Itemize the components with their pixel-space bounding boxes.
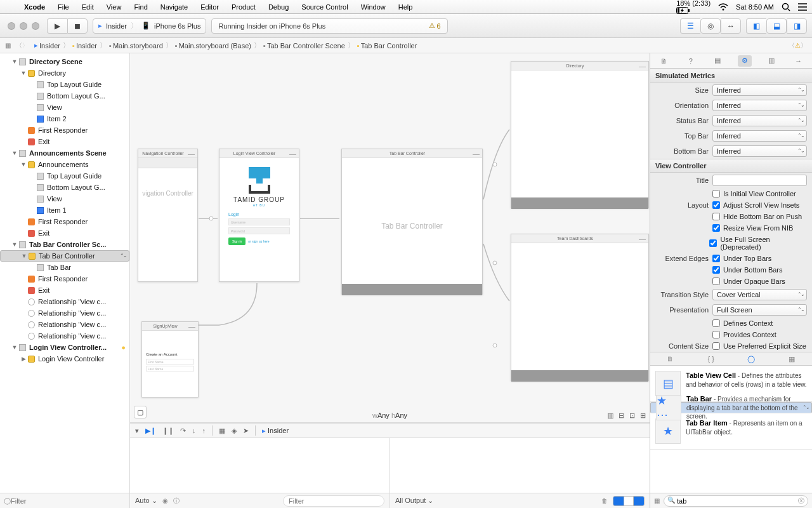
- statusbar-select[interactable]: Inferred: [712, 115, 807, 126]
- scene-directory[interactable]: Directory—: [511, 61, 649, 208]
- outline-item[interactable]: Item 1: [0, 204, 129, 216]
- under-opaque-checkbox[interactable]: Under Opaque Bars: [712, 277, 785, 285]
- outline-item[interactable]: Relationship "view c...: [0, 330, 129, 342]
- outline-item[interactable]: First Responder: [0, 216, 129, 227]
- vars-scope[interactable]: Auto ⌄: [135, 497, 157, 505]
- console-view[interactable]: [390, 438, 650, 493]
- standard-editor-button[interactable]: ☰: [680, 18, 700, 34]
- console-panes[interactable]: [613, 496, 645, 506]
- toggle-utilities-button[interactable]: ◨: [787, 18, 807, 34]
- library-item[interactable]: ★ ⋯Tab Bar - Provides a mechanism for di…: [650, 402, 812, 413]
- wifi-icon[interactable]: [718, 3, 728, 11]
- resolve-tool-icon[interactable]: ⊡: [629, 411, 635, 420]
- initial-vc-checkbox[interactable]: Is Initial View Controller: [712, 190, 796, 197]
- file-template-tab[interactable]: 🗎: [664, 354, 678, 364]
- path-seg-controller[interactable]: ▪Tab Bar Controller: [355, 42, 419, 50]
- outline-item[interactable]: View: [0, 102, 129, 113]
- menu-window[interactable]: Window: [355, 3, 392, 11]
- hide-debug-icon[interactable]: ▾: [135, 427, 139, 435]
- outline-item[interactable]: Relationship "view c...: [0, 307, 129, 319]
- scene-navigation-controller[interactable]: Navigation Controller—vigation Controlle…: [138, 149, 198, 282]
- outline-item[interactable]: ▼Login View Controller...●: [0, 342, 129, 353]
- step-out-button[interactable]: ↑: [202, 427, 206, 434]
- variables-view[interactable]: [130, 438, 390, 493]
- path-seg-scene[interactable]: ▪Tab Bar Controller Scene: [261, 42, 347, 50]
- path-issue-icon[interactable]: ⚠: [795, 42, 801, 49]
- outline-item[interactable]: Exit: [0, 284, 129, 296]
- outline-item[interactable]: ▼Announcements Scene: [0, 147, 129, 159]
- bottombar-select[interactable]: Inferred: [712, 145, 807, 157]
- path-back-icon[interactable]: 〈: [789, 41, 795, 50]
- outline-item[interactable]: Exit: [0, 227, 129, 239]
- outline-item[interactable]: ▶Login View Controller: [0, 353, 129, 364]
- menu-editor[interactable]: Editor: [194, 3, 225, 11]
- scene-tab-bar-controller[interactable]: Tab Bar Controller—Tab Bar Controller: [341, 149, 483, 295]
- outline-item[interactable]: ▼Announcements: [0, 159, 129, 170]
- outline-item[interactable]: Exit: [0, 136, 129, 147]
- location-icon[interactable]: ➤: [243, 427, 249, 435]
- adjust-insets-checkbox[interactable]: Adjust Scroll View Insets: [712, 201, 799, 209]
- zoom-icon[interactable]: [32, 22, 39, 30]
- menu-debug[interactable]: Debug: [262, 3, 295, 11]
- size-class-control[interactable]: wAny hAny: [372, 411, 407, 420]
- identity-inspector-tab[interactable]: ▤: [710, 55, 724, 67]
- clock[interactable]: Sat 8:50 AM: [736, 3, 774, 11]
- step-into-button[interactable]: ↓: [192, 427, 196, 434]
- spotlight-icon[interactable]: [782, 3, 790, 11]
- defines-context-checkbox[interactable]: Defines Context: [712, 319, 773, 327]
- version-editor-button[interactable]: ↔: [721, 18, 741, 34]
- notification-center-icon[interactable]: [798, 3, 807, 11]
- provides-context-checkbox[interactable]: Provides Context: [712, 331, 776, 338]
- activity-status[interactable]: Running Insider on iPhone 6s Plus ⚠ 6: [211, 18, 447, 34]
- scene-team-dashboards[interactable]: Team Dashboards—: [511, 234, 649, 381]
- size-select[interactable]: Inferred: [712, 84, 807, 96]
- pause-button[interactable]: ❙❙: [162, 427, 174, 435]
- menu-view[interactable]: View: [100, 3, 128, 11]
- code-snippet-tab[interactable]: { }: [704, 354, 718, 364]
- file-inspector-tab[interactable]: 🗎: [657, 55, 671, 67]
- resize-tool-icon[interactable]: ⊞: [640, 411, 646, 420]
- path-seg-base[interactable]: ▪Main.storyboard (Base): [173, 42, 253, 50]
- continue-button[interactable]: ▶❙: [145, 427, 156, 435]
- vars-info-icon[interactable]: ⓘ: [173, 497, 180, 505]
- run-button[interactable]: ▶: [47, 18, 67, 34]
- outline-tree[interactable]: ▼Directory Scene▼DirectoryTop Layout Gui…: [0, 53, 129, 493]
- transition-select[interactable]: Cover Vertical: [712, 289, 807, 300]
- vars-ql-icon[interactable]: ◉: [162, 497, 168, 504]
- menu-file[interactable]: File: [51, 3, 75, 11]
- scene-login-view-controller[interactable]: Login View Controller—TAMID GROUPAT BULo…: [219, 149, 299, 282]
- outline-item[interactable]: Relationship "view c...: [0, 296, 129, 307]
- scheme-selector[interactable]: ▸Insider 〉 📱iPhone 6s Plus: [93, 18, 206, 34]
- close-icon[interactable]: [8, 22, 15, 30]
- battery-status[interactable]: 18% (2:33): [676, 0, 710, 14]
- outline-item[interactable]: Bottom Layout G...: [0, 182, 129, 193]
- toggle-outline-button[interactable]: ▢: [134, 406, 147, 418]
- outline-filter-input[interactable]: [11, 497, 126, 505]
- vars-filter-input[interactable]: [283, 495, 384, 507]
- process-name[interactable]: ▸ Insider: [262, 427, 289, 435]
- related-items-icon[interactable]: ▦: [5, 42, 11, 49]
- console-output-scope[interactable]: All Output ⌄: [395, 497, 433, 505]
- debug-view-icon[interactable]: ▦: [219, 427, 225, 435]
- forward-button[interactable]: 〉: [22, 41, 29, 50]
- toggle-debug-area-button[interactable]: ⬓: [766, 18, 787, 34]
- presentation-select[interactable]: Full Screen: [712, 304, 807, 316]
- warnings-badge[interactable]: ⚠ 6: [429, 22, 441, 30]
- outline-item[interactable]: Item 2: [0, 113, 129, 124]
- under-bottom-checkbox[interactable]: Under Bottom Bars: [712, 266, 783, 274]
- clear-filter-icon[interactable]: ⓧ: [798, 497, 804, 505]
- outline-item[interactable]: ▼Tab Bar Controller Sc...: [0, 239, 129, 250]
- back-button[interactable]: 〈: [16, 41, 22, 50]
- quick-help-tab[interactable]: ?: [684, 55, 698, 67]
- outline-item[interactable]: ▼Directory Scene: [0, 56, 129, 67]
- topbar-select[interactable]: Inferred: [712, 130, 807, 142]
- outline-item[interactable]: First Responder: [0, 273, 129, 284]
- path-forward-icon[interactable]: 〉: [801, 41, 807, 50]
- under-top-checkbox[interactable]: Under Top Bars: [712, 255, 771, 262]
- scene-signupview[interactable]: SignUpView—Create an AccountFirst NameLa…: [141, 321, 199, 398]
- align-tool-icon[interactable]: ▥: [607, 411, 613, 420]
- outline-item[interactable]: Tab Bar: [0, 262, 129, 273]
- pin-tool-icon[interactable]: ⊟: [619, 411, 624, 420]
- preferred-explicit-checkbox[interactable]: Use Preferred Explicit Size: [712, 342, 806, 350]
- path-seg-project[interactable]: ▸Insider: [32, 41, 62, 50]
